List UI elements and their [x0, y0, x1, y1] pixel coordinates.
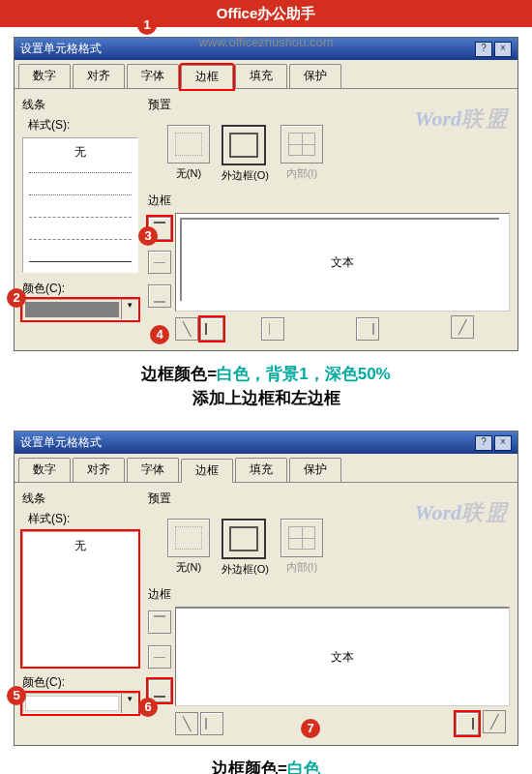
border-top-button[interactable]: [148, 610, 171, 634]
color-label: 颜色(C):: [22, 281, 138, 297]
border-middle-button[interactable]: [148, 645, 171, 669]
style-option[interactable]: [29, 239, 132, 252]
border-right-button[interactable]: [356, 317, 379, 341]
right-column: 预置 无(N) 外边框(O) 内部(I) 边框 3: [148, 97, 510, 342]
tab-strip: 数字 对齐 字体 边框 填充 保护: [15, 454, 517, 483]
preset-outer-icon: [229, 526, 258, 551]
lines-label: 线条: [22, 97, 138, 113]
dialog-body: Word联盟 线条 样式(S): 无 2 颜色(C): ▾ 预置: [15, 89, 517, 350]
watermark: Word联盟: [415, 104, 511, 134]
tab-protect[interactable]: 保护: [289, 64, 341, 88]
preview-text: 文本: [331, 254, 354, 271]
color-swatch: [25, 696, 119, 711]
diag-up-button[interactable]: ╱: [483, 710, 506, 733]
border-middle-button[interactable]: [148, 251, 171, 274]
style-none-option[interactable]: 无: [27, 142, 133, 163]
caption-1: 边框颜色=白色，背景1，深色50% 添加上边框和左边框: [0, 351, 532, 425]
tab-border[interactable]: 边框: [181, 459, 233, 483]
tab-align[interactable]: 对齐: [73, 64, 125, 88]
preset-none-icon: [175, 526, 202, 550]
lines-label: 线条: [22, 491, 138, 507]
border-bottom-button[interactable]: [148, 284, 171, 308]
preset-inner-icon: [288, 133, 315, 156]
dialog-1: 设置单元格格式 ? × 数字 对齐 字体 边框 填充 保护 Word联盟 线条 …: [14, 37, 518, 351]
titlebar: 设置单元格格式 ? ×: [15, 432, 517, 454]
right-column: 预置 无(N) 外边框(O) 内部(I) 边框: [148, 491, 510, 737]
diag-down-button[interactable]: ╲: [175, 317, 198, 341]
preset-outer-icon: [229, 133, 258, 158]
style-label: 样式(S):: [28, 511, 138, 527]
color-swatch: [25, 302, 119, 317]
marker-5: 5: [7, 686, 26, 705]
tab-strip: 数字 对齐 字体 边框 填充 保护: [15, 60, 517, 89]
preset-none-icon: [175, 133, 202, 156]
left-column: 线条 样式(S): 无 5 颜色(C): ▾: [22, 491, 138, 737]
banner-title: Office办公助手: [217, 5, 316, 23]
border-preview: 文本: [175, 607, 510, 706]
color-selector[interactable]: ▾: [22, 299, 138, 320]
preset-none[interactable]: 无(N): [167, 519, 210, 577]
dialog-2: 设置单元格格式 ? × 数字 对齐 字体 边框 填充 保护 Word联盟 线条 …: [14, 431, 518, 746]
marker-3: 3: [138, 226, 158, 246]
style-listbox[interactable]: 无: [22, 137, 138, 273]
marker-4: 4: [150, 325, 169, 344]
top-banner: Office办公助手: [0, 0, 532, 27]
style-listbox[interactable]: 无: [22, 531, 138, 667]
preset-outer[interactable]: 外边框(O): [222, 519, 269, 577]
tab-number[interactable]: 数字: [18, 458, 71, 482]
caption-2: 边框颜色=白色 添加下边框和右边框: [0, 746, 532, 774]
tab-font[interactable]: 字体: [127, 64, 179, 88]
dialog-title: 设置单元格格式: [20, 434, 102, 451]
border-right-button[interactable]: [456, 712, 479, 735]
border-label: 边框: [148, 193, 510, 209]
style-none-option[interactable]: 无: [27, 536, 133, 556]
tab-protect[interactable]: 保护: [289, 458, 341, 482]
banner-url: www.officezhushou.com: [0, 35, 532, 49]
diag-up-button[interactable]: ╱: [451, 315, 474, 339]
border-label: 边框: [148, 586, 510, 603]
marker-6: 6: [138, 698, 158, 717]
tab-fill[interactable]: 填充: [235, 458, 287, 482]
border-preview: 文本: [175, 213, 510, 312]
preset-outer[interactable]: 外边框(O): [222, 125, 269, 183]
color-dropdown-icon[interactable]: ▾: [121, 300, 137, 319]
style-option[interactable]: [29, 217, 132, 229]
style-option[interactable]: [29, 194, 132, 207]
marker-7: 7: [301, 719, 320, 738]
dialog-body: Word联盟 线条 样式(S): 无 5 颜色(C): ▾ 预置 无(N): [15, 483, 517, 745]
help-button[interactable]: ?: [475, 435, 492, 451]
tab-align[interactable]: 对齐: [73, 458, 125, 482]
border-left-button[interactable]: [200, 712, 223, 735]
preset-none[interactable]: 无(N): [167, 125, 210, 183]
color-selector[interactable]: ▾: [22, 693, 138, 714]
style-option[interactable]: [29, 172, 132, 185]
preset-inner[interactable]: 内部(I): [281, 519, 323, 577]
tab-fill[interactable]: 填充: [235, 64, 287, 88]
preview-text: 文本: [331, 649, 354, 666]
diag-down-button[interactable]: ╲: [175, 712, 198, 735]
preset-inner[interactable]: 内部(I): [281, 125, 323, 183]
tab-number[interactable]: 数字: [18, 64, 71, 88]
preset-inner-icon: [288, 526, 315, 550]
style-option[interactable]: [29, 261, 132, 273]
style-label: 样式(S):: [28, 117, 138, 134]
marker-2: 2: [7, 288, 26, 308]
side-buttons: [148, 607, 171, 706]
left-column: 线条 样式(S): 无 2 颜色(C): ▾: [22, 97, 138, 342]
tab-font[interactable]: 字体: [127, 458, 179, 482]
watermark: Word联盟: [415, 498, 511, 527]
border-vcenter-button[interactable]: [261, 317, 284, 341]
tab-border[interactable]: 边框: [181, 65, 233, 89]
marker-1: 1: [137, 15, 157, 35]
close-button[interactable]: ×: [494, 435, 512, 451]
color-label: 颜色(C):: [22, 674, 138, 691]
color-dropdown-icon[interactable]: ▾: [121, 694, 137, 713]
border-left-button[interactable]: [200, 317, 223, 341]
